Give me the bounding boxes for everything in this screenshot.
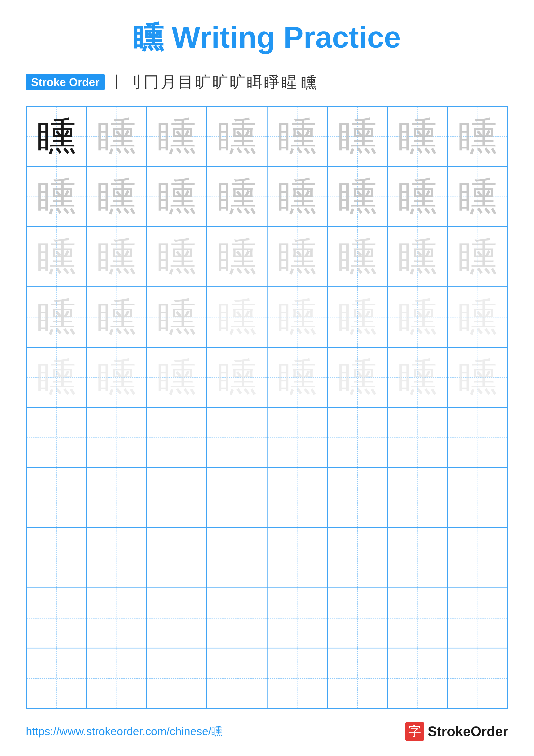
grid-cell-9-3[interactable] bbox=[147, 588, 207, 648]
grid-cell-5-7[interactable]: 矄 bbox=[387, 347, 447, 407]
stroke-sequence: 丨 刂 冂 月 目 旷 旷 旷 眲 睜 睲 bbox=[109, 72, 297, 93]
grid-cell-2-2[interactable]: 矄 bbox=[87, 166, 146, 227]
grid-cell-4-1[interactable]: 矄 bbox=[26, 287, 87, 347]
grid-cell-7-7[interactable] bbox=[387, 468, 447, 527]
grid-cell-6-1[interactable] bbox=[26, 407, 87, 468]
grid-cell-7-4[interactable] bbox=[207, 468, 267, 527]
grid-cell-6-4[interactable] bbox=[207, 407, 267, 468]
grid-cell-7-6[interactable] bbox=[327, 468, 387, 527]
char-display: 矄 bbox=[37, 358, 76, 396]
char-display: 矄 bbox=[217, 358, 256, 396]
char-display: 矄 bbox=[97, 117, 136, 156]
grid-cell-1-4[interactable]: 矄 bbox=[207, 106, 267, 166]
grid-cell-4-3[interactable]: 矄 bbox=[147, 287, 207, 347]
grid-cell-10-6[interactable] bbox=[327, 648, 387, 708]
grid-cell-6-2[interactable] bbox=[87, 407, 146, 468]
char-display: 矄 bbox=[398, 177, 437, 216]
char-display: 矄 bbox=[217, 298, 256, 337]
char-display: 矄 bbox=[278, 298, 317, 337]
grid-cell-2-3[interactable]: 矄 bbox=[147, 166, 207, 227]
grid-cell-9-1[interactable] bbox=[26, 588, 87, 648]
grid-cell-1-5[interactable]: 矄 bbox=[267, 106, 327, 166]
grid-cell-5-2[interactable]: 矄 bbox=[87, 347, 146, 407]
grid-cell-4-5[interactable]: 矄 bbox=[267, 287, 327, 347]
grid-cell-2-5[interactable]: 矄 bbox=[267, 166, 327, 227]
char-display: 矄 bbox=[97, 298, 136, 337]
grid-cell-5-5[interactable]: 矄 bbox=[267, 347, 327, 407]
grid-cell-10-5[interactable] bbox=[267, 648, 327, 708]
grid-cell-10-3[interactable] bbox=[147, 648, 207, 708]
grid-cell-9-8[interactable] bbox=[447, 588, 508, 648]
grid-cell-10-8[interactable] bbox=[447, 648, 508, 708]
grid-cell-8-6[interactable] bbox=[327, 528, 387, 588]
grid-cell-2-8[interactable]: 矄 bbox=[447, 166, 508, 227]
grid-cell-2-6[interactable]: 矄 bbox=[327, 166, 387, 227]
grid-cell-6-8[interactable] bbox=[447, 407, 508, 468]
grid-cell-7-3[interactable] bbox=[147, 468, 207, 527]
grid-cell-8-7[interactable] bbox=[387, 528, 447, 588]
grid-cell-2-7[interactable]: 矄 bbox=[387, 166, 447, 227]
grid-cell-5-6[interactable]: 矄 bbox=[327, 347, 387, 407]
grid-cell-7-5[interactable] bbox=[267, 468, 327, 527]
grid-cell-4-7[interactable]: 矄 bbox=[387, 287, 447, 347]
grid-cell-4-4[interactable]: 矄 bbox=[207, 287, 267, 347]
grid-cell-4-2[interactable]: 矄 bbox=[87, 287, 146, 347]
grid-cell-6-5[interactable] bbox=[267, 407, 327, 468]
grid-cell-1-6[interactable]: 矄 bbox=[327, 106, 387, 166]
grid-cell-4-8[interactable]: 矄 bbox=[447, 287, 508, 347]
stroke-5: 目 bbox=[178, 72, 193, 93]
grid-cell-8-8[interactable] bbox=[447, 528, 508, 588]
grid-cell-7-8[interactable] bbox=[447, 468, 508, 527]
char-display: 矄 bbox=[458, 177, 497, 216]
grid-cell-8-3[interactable] bbox=[147, 528, 207, 588]
grid-cell-7-2[interactable] bbox=[87, 468, 146, 527]
grid-cell-10-1[interactable] bbox=[26, 648, 87, 708]
grid-cell-9-6[interactable] bbox=[327, 588, 387, 648]
grid-cell-8-4[interactable] bbox=[207, 528, 267, 588]
grid-cell-8-5[interactable] bbox=[267, 528, 327, 588]
grid-cell-6-6[interactable] bbox=[327, 407, 387, 468]
grid-cell-1-7[interactable]: 矄 bbox=[387, 106, 447, 166]
grid-cell-1-2[interactable]: 矄 bbox=[87, 106, 146, 166]
strokeorder-icon: 字 bbox=[405, 722, 424, 741]
grid-cell-3-1[interactable]: 矄 bbox=[26, 227, 87, 287]
grid-cell-3-6[interactable]: 矄 bbox=[327, 227, 387, 287]
char-display: 矄 bbox=[37, 117, 76, 156]
stroke-2: 刂 bbox=[126, 72, 142, 93]
grid-cell-5-1[interactable]: 矄 bbox=[26, 347, 87, 407]
char-display: 矄 bbox=[37, 177, 76, 216]
grid-cell-10-4[interactable] bbox=[207, 648, 267, 708]
grid-cell-8-2[interactable] bbox=[87, 528, 146, 588]
grid-cell-5-3[interactable]: 矄 bbox=[147, 347, 207, 407]
stroke-1: 丨 bbox=[109, 72, 124, 93]
grid-cell-3-7[interactable]: 矄 bbox=[387, 227, 447, 287]
grid-cell-3-4[interactable]: 矄 bbox=[207, 227, 267, 287]
grid-cell-1-1[interactable]: 矄 bbox=[26, 106, 87, 166]
grid-cell-1-8[interactable]: 矄 bbox=[447, 106, 508, 166]
grid-cell-6-3[interactable] bbox=[147, 407, 207, 468]
grid-cell-5-8[interactable]: 矄 bbox=[447, 347, 508, 407]
page: 矄 Writing Practice Stroke Order 丨 刂 冂 月 … bbox=[0, 0, 534, 756]
char-display: 矄 bbox=[97, 237, 136, 276]
grid-cell-3-8[interactable]: 矄 bbox=[447, 227, 508, 287]
grid-cell-5-4[interactable]: 矄 bbox=[207, 347, 267, 407]
grid-cell-6-7[interactable] bbox=[387, 407, 447, 468]
grid-cell-9-5[interactable] bbox=[267, 588, 327, 648]
char-display: 矄 bbox=[458, 358, 497, 396]
stroke-7: 旷 bbox=[213, 72, 228, 93]
grid-cell-10-2[interactable] bbox=[87, 648, 146, 708]
grid-cell-3-5[interactable]: 矄 bbox=[267, 227, 327, 287]
grid-cell-3-3[interactable]: 矄 bbox=[147, 227, 207, 287]
grid-cell-9-7[interactable] bbox=[387, 588, 447, 648]
grid-cell-9-2[interactable] bbox=[87, 588, 146, 648]
grid-cell-1-3[interactable]: 矄 bbox=[147, 106, 207, 166]
grid-cell-2-1[interactable]: 矄 bbox=[26, 166, 87, 227]
char-display: 矄 bbox=[97, 358, 136, 396]
grid-cell-2-4[interactable]: 矄 bbox=[207, 166, 267, 227]
grid-cell-3-2[interactable]: 矄 bbox=[87, 227, 146, 287]
grid-cell-10-7[interactable] bbox=[387, 648, 447, 708]
grid-cell-9-4[interactable] bbox=[207, 588, 267, 648]
grid-cell-8-1[interactable] bbox=[26, 528, 87, 588]
grid-cell-4-6[interactable]: 矄 bbox=[327, 287, 387, 347]
grid-cell-7-1[interactable] bbox=[26, 468, 87, 527]
